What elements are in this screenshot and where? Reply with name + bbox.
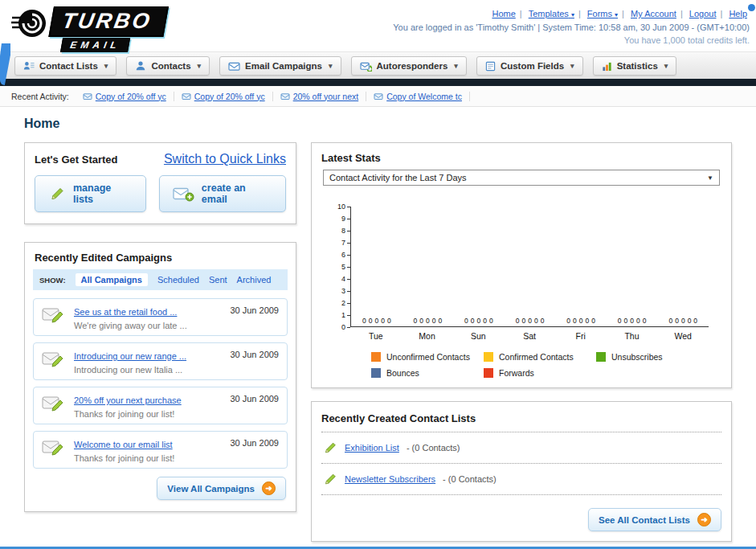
link-separator <box>679 9 684 18</box>
contact-activity-chart: 109876543210 000000000000000000000000000… <box>336 207 709 378</box>
legend-swatch <box>371 368 381 378</box>
turbo-email-logo[interactable]: TURBO EMAIL <box>11 5 165 50</box>
tab-statistics[interactable]: Statistics <box>593 56 677 76</box>
tab-email-campaigns[interactable]: Email Campaigns <box>219 56 341 76</box>
see-all-contact-lists-button[interactable]: See All Contact Lists ➜ <box>588 508 721 531</box>
data-label: 0 <box>693 317 697 325</box>
x-tick-label: Thu <box>607 327 658 341</box>
filter-tab-sent[interactable]: Sent <box>209 275 227 285</box>
view-all-campaigns-label: View All Campaigns <box>167 484 255 494</box>
campaign-title-link[interactable]: Introducing our new range ... <box>74 351 186 361</box>
filter-tab-scheduled[interactable]: Scheduled <box>157 275 199 285</box>
chart-plot-area: 00000000000000000000000000000000000 <box>350 207 709 327</box>
campaigns-title: Recently Edited Campaigns <box>35 252 172 264</box>
view-all-campaigns-button[interactable]: View All Campaigns ➜ <box>157 477 286 500</box>
chart-category-group: 00000 <box>453 317 505 326</box>
tab-label: Custom Fields <box>501 61 564 71</box>
top-link-logout[interactable]: Logout <box>689 9 717 18</box>
statistics-icon <box>602 61 612 72</box>
create-email-button[interactable]: create an email <box>159 175 286 212</box>
recent-activity-bar: Recent Activity: Copy of 20% off yc Copy… <box>0 86 756 107</box>
campaign-date: 30 Jun 2009 <box>230 394 279 404</box>
latest-stats-title: Latest Stats <box>321 152 381 164</box>
legend-item: Bounces <box>371 368 484 378</box>
recent-activity-item[interactable]: Copy of 20% off yc <box>76 92 174 101</box>
chart-category-group: 00000 <box>607 317 658 326</box>
custom-fields-icon <box>485 61 496 72</box>
top-link-my-account[interactable]: My Account <box>631 9 676 18</box>
arrow-right-icon: ➜ <box>697 513 711 526</box>
tab-custom-fields[interactable]: Custom Fields <box>476 56 583 76</box>
legend-item: Confirmed Contacts <box>484 352 596 362</box>
recent-activity-item[interactable]: 20% off your next <box>273 92 367 101</box>
envelope-icon <box>83 92 92 100</box>
data-label: 0 <box>438 317 442 325</box>
legend-swatch <box>484 368 493 378</box>
link-separator <box>577 9 582 18</box>
data-label: 0 <box>534 317 538 325</box>
chevron-down-icon: ▾ <box>615 11 618 18</box>
x-tick-label: Wed <box>657 327 709 341</box>
chart-category-group: 00000 <box>657 317 709 326</box>
recent-activity-item[interactable]: Copy of 20% off yc <box>174 92 273 101</box>
campaign-row[interactable]: Introducing our new range ... Introducin… <box>33 342 288 380</box>
data-label: 0 <box>643 317 647 325</box>
edit-envelope-icon <box>42 394 66 414</box>
data-label: 0 <box>566 317 570 325</box>
data-label: 0 <box>477 317 481 325</box>
data-label: 0 <box>426 317 430 325</box>
top-link-forms[interactable]: Forms ▾ <box>587 9 618 18</box>
contact-list-row[interactable]: Exhibition List - (0 Contacts) <box>321 432 721 464</box>
chevron-down-icon: ▼ <box>707 174 713 182</box>
campaign-row[interactable]: Welcome to our email list Thanks for joi… <box>33 431 288 469</box>
contact-list-link[interactable]: Newsletter Subscribers <box>345 474 435 484</box>
pencil-icon <box>48 186 66 202</box>
chart-category-group: 00000 <box>403 317 454 326</box>
data-label: 0 <box>516 317 520 325</box>
tab-autoresponders[interactable]: Autoresponders <box>351 56 467 76</box>
link-separator <box>718 9 724 18</box>
nav-divider-bar <box>0 79 756 86</box>
envelope-icon <box>374 92 383 100</box>
arrow-right-icon: ➜ <box>262 481 276 495</box>
switch-quick-links-link[interactable]: Switch to Quick Links <box>164 152 286 166</box>
link-separator <box>518 9 524 18</box>
get-started-title: Let's Get Started <box>35 154 118 166</box>
data-label: 0 <box>489 317 493 325</box>
contact-list-row[interactable]: Newsletter Subscribers - (0 Contacts) <box>321 464 721 495</box>
campaign-text: See us at the retail food ... We're givi… <box>74 304 222 330</box>
chart-x-axis: TueMonSunSatFriThuWed <box>350 327 709 341</box>
campaign-title-link[interactable]: See us at the retail food ... <box>74 307 177 317</box>
contact-list-link[interactable]: Exhibition List <box>345 443 399 453</box>
create-email-label: create an email <box>202 182 272 205</box>
data-label: 0 <box>618 317 622 325</box>
campaign-row[interactable]: See us at the retail food ... We're givi… <box>33 298 288 336</box>
legend-swatch <box>371 352 381 362</box>
app-window: TURBO EMAIL Home Templates ▾ Forms ▾ My … <box>0 0 756 549</box>
top-link-home[interactable]: Home <box>492 9 515 18</box>
edit-envelope-icon <box>42 350 66 370</box>
tab-label: Contact Lists <box>39 61 98 71</box>
campaign-row[interactable]: 20% off your next purchase Thanks for jo… <box>33 387 288 424</box>
campaign-title-link[interactable]: 20% off your next purchase <box>74 395 182 405</box>
filter-tab-all-campaigns[interactable]: All Campaigns <box>76 273 148 286</box>
campaign-title-link[interactable]: Welcome to our email list <box>74 440 173 449</box>
legend-swatch <box>484 352 493 362</box>
recent-activity-item[interactable]: Copy of Welcome tc <box>366 92 470 101</box>
logo-subtitle: EMAIL <box>60 38 131 52</box>
chart-category-group: 00000 <box>351 317 403 326</box>
top-links: Home Templates ▾ Forms ▾ My Account Logo… <box>393 7 750 21</box>
manage-lists-button[interactable]: manage lists <box>35 175 146 212</box>
main-navbar: Contact Lists Contacts Email Campaigns A… <box>0 51 756 79</box>
top-link-help[interactable]: Help <box>729 9 747 18</box>
campaign-subject: We're giving away our late ... <box>74 321 222 330</box>
swirl-logo-icon <box>11 5 48 43</box>
stats-period-select[interactable]: Contact Activity for the Last 7 Days ▼ <box>323 170 720 186</box>
filter-tab-archived[interactable]: Archived <box>237 275 272 285</box>
legend-swatch <box>596 352 606 362</box>
tab-contacts[interactable]: Contacts <box>126 56 210 76</box>
data-label: 0 <box>688 317 692 325</box>
campaign-date: 30 Jun 2009 <box>230 350 279 359</box>
tab-contact-lists[interactable]: Contact Lists <box>14 56 116 76</box>
top-link-templates[interactable]: Templates ▾ <box>529 9 574 18</box>
